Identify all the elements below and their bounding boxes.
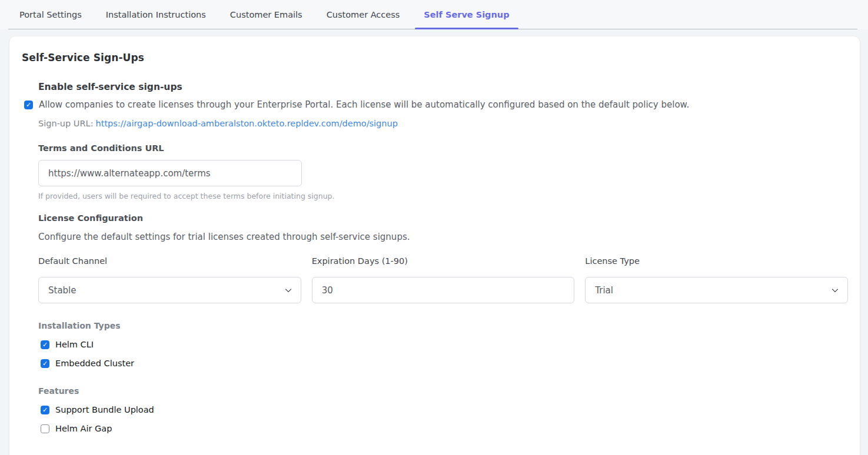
default-channel-label: Default Channel xyxy=(38,256,301,266)
license-config-fields: Default Channel Stable Expiration Days (… xyxy=(38,256,848,303)
terms-help-text: If provided, users will be required to a… xyxy=(38,192,848,200)
support-bundle-upload-label: Support Bundle Upload xyxy=(55,405,154,414)
self-serve-signup-panel: Self-Service Sign-Ups Enable self-servic… xyxy=(9,36,860,455)
feature-support-bundle-upload[interactable]: Support Bundle Upload xyxy=(41,400,848,419)
feature-helm-air-gap[interactable]: Helm Air Gap xyxy=(41,419,848,438)
embedded-cluster-checkbox[interactable] xyxy=(41,359,49,368)
features-heading: Features xyxy=(38,386,848,396)
license-type-select[interactable]: Trial xyxy=(585,277,848,303)
expiration-days-field: Expiration Days (1-90) xyxy=(312,256,575,303)
enable-signups-checkbox[interactable] xyxy=(24,101,33,109)
installation-types-heading: Installation Types xyxy=(38,321,848,330)
license-type-field: License Type Trial xyxy=(585,256,848,303)
enable-signups-row: Allow companies to create licenses throu… xyxy=(24,99,848,111)
license-configuration-description: Configure the default settings for trial… xyxy=(38,232,848,242)
license-type-label: License Type xyxy=(585,256,848,266)
enable-signups-description: Allow companies to create licenses throu… xyxy=(39,99,689,111)
helm-air-gap-checkbox[interactable] xyxy=(41,424,49,433)
page-title: Self-Service Sign-Ups xyxy=(22,52,848,63)
terms-url-label: Terms and Conditions URL xyxy=(38,143,848,153)
tab-self-serve-signup[interactable]: Self Serve Signup xyxy=(415,0,518,29)
helm-cli-label: Helm CLI xyxy=(55,340,94,349)
tab-portal-settings[interactable]: Portal Settings xyxy=(11,0,91,29)
default-channel-select[interactable]: Stable xyxy=(38,277,301,303)
license-configuration-heading: License Configuration xyxy=(38,213,848,223)
settings-tab-bar: Portal Settings Installation Instruction… xyxy=(0,0,868,29)
helm-air-gap-label: Helm Air Gap xyxy=(55,424,112,433)
expiration-days-input[interactable] xyxy=(312,277,575,303)
helm-cli-checkbox[interactable] xyxy=(41,340,49,349)
installation-types-list: Helm CLI Embedded Cluster xyxy=(38,335,848,373)
features-list: Support Bundle Upload Helm Air Gap xyxy=(38,400,848,438)
signup-url-line: Sign-up URL:https://airgap-download-ambe… xyxy=(38,119,848,128)
tab-customer-emails[interactable]: Customer Emails xyxy=(221,0,311,29)
installation-type-embedded-cluster[interactable]: Embedded Cluster xyxy=(41,354,848,373)
tab-customer-access[interactable]: Customer Access xyxy=(318,0,409,29)
tab-installation-instructions[interactable]: Installation Instructions xyxy=(97,0,215,29)
support-bundle-upload-checkbox[interactable] xyxy=(41,406,49,414)
enable-signups-heading: Enable self-service sign-ups xyxy=(38,82,848,92)
terms-url-input[interactable] xyxy=(38,160,302,186)
default-channel-field: Default Channel Stable xyxy=(38,256,301,303)
expiration-days-label: Expiration Days (1-90) xyxy=(312,256,575,266)
signup-url-label: Sign-up URL: xyxy=(38,119,94,128)
embedded-cluster-label: Embedded Cluster xyxy=(55,359,134,368)
signup-url-link[interactable]: https://airgap-download-amberalston.okte… xyxy=(96,119,398,128)
installation-type-helm-cli[interactable]: Helm CLI xyxy=(41,335,848,354)
